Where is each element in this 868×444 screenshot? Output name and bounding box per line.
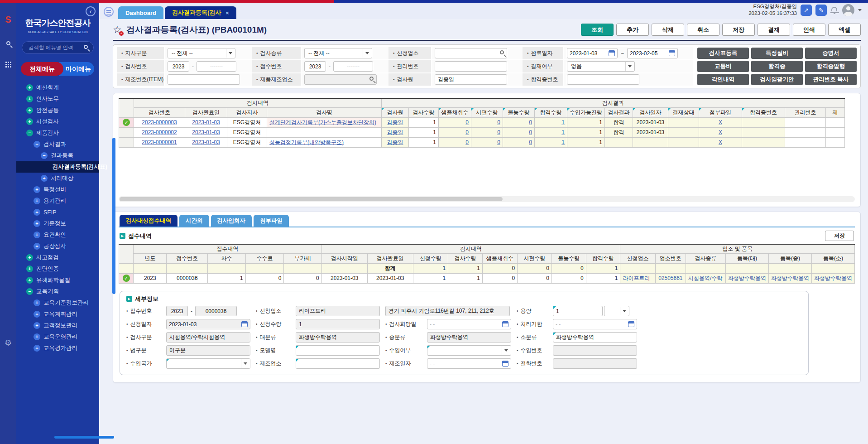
certificate-button[interactable]: 증명서 (805, 48, 857, 59)
cell-link[interactable]: 2023-01-03 (192, 119, 220, 125)
desired-inspection-date-date[interactable]: - - (427, 319, 511, 329)
sidebar-item[interactable]: +요건확인 (16, 229, 99, 241)
gear-icon[interactable]: ⚙ (5, 338, 12, 348)
cell-link[interactable]: 2023-01-03 (192, 139, 220, 145)
cell-link[interactable]: 0 (497, 129, 500, 135)
cell-link[interactable]: 0 (465, 129, 469, 135)
cell-link[interactable]: 0 (497, 139, 500, 145)
cell-link[interactable]: 0 (497, 119, 500, 125)
column-header[interactable]: 불능수량 (503, 107, 535, 117)
tab-active[interactable]: 검사결과등록(검사× (165, 6, 236, 19)
sidebar-item[interactable]: −교육기획 (16, 286, 99, 297)
calendar-icon[interactable] (628, 321, 634, 327)
application-qty-input[interactable]: 1 (296, 319, 380, 329)
row-selector[interactable]: ✓ (119, 273, 134, 283)
sidebar-item[interactable]: +특정설비 (16, 184, 99, 195)
cell-link[interactable]: 1 (561, 119, 565, 125)
grid-horizontal-scrollbar[interactable] (119, 196, 855, 202)
column-header[interactable]: 업소번호 (655, 253, 686, 263)
cell-link[interactable]: 1 (561, 129, 565, 135)
column-header[interactable]: 품목(중) (768, 253, 811, 263)
receipt-no-year-input[interactable]: 2023 (304, 61, 326, 72)
processing-deadline-date[interactable]: - - (553, 319, 637, 329)
inspection-no-seq-input[interactable]: ------- (197, 61, 236, 72)
cell-link[interactable]: 설계단계검사기록부(가스누출경보차단장치) (269, 119, 376, 125)
avatar[interactable] (842, 4, 854, 16)
cell-link[interactable]: 2023-0000002 (142, 129, 177, 135)
column-header[interactable]: 수입가능잔량 (567, 107, 605, 117)
logo[interactable]: 한국가스안전공사 KOREA GAS SAFETY CORPORATION (16, 17, 99, 34)
calendar-icon[interactable] (502, 361, 508, 367)
column-header[interactable]: 검사지사 (227, 107, 267, 117)
search-icon[interactable] (6, 41, 10, 45)
import-country-select[interactable] (166, 358, 250, 369)
sidebar-item[interactable]: +교육운영관리 (16, 331, 99, 343)
receipt-no-seq-input[interactable]: ------- (333, 61, 373, 72)
menu-icon[interactable] (104, 7, 114, 17)
calendar-icon[interactable] (502, 321, 508, 327)
sidebar-item[interactable]: +교육기준정보관리 (16, 297, 99, 309)
column-header[interactable]: 검사시작일 (321, 253, 367, 263)
inspection-no-year-input[interactable]: 2023 (168, 61, 189, 72)
calendar-icon[interactable] (241, 321, 248, 327)
sidebar-item[interactable]: +공장심사 (16, 241, 99, 252)
edit-window-icon[interactable]: ✎ (815, 5, 827, 16)
transport-fee-button[interactable]: 교통비 (697, 61, 749, 72)
inspection-sheet-register-button[interactable]: 검사표등록 (697, 48, 749, 59)
column-header[interactable]: 검사완료일 (367, 253, 413, 263)
sidebar-item[interactable]: +기준정보 (16, 218, 99, 229)
calendar-icon[interactable] (609, 50, 615, 56)
column-header[interactable]: 시편수량 (518, 253, 552, 263)
menu-tab[interactable]: 마이메뉴 (59, 62, 94, 76)
major-category-input[interactable]: 화생방수탁용역 (296, 332, 380, 343)
collapse-sidebar-button[interactable]: ‹ (86, 6, 96, 16)
inspection-type-select[interactable]: -- 전체 -- (304, 48, 372, 58)
column-header[interactable]: 샘플채취수 (483, 253, 518, 263)
search-icon[interactable] (84, 45, 88, 49)
completion-date-from-date[interactable]: 2023-01-03 (567, 48, 618, 58)
cell-link[interactable]: 2023-0000003 (142, 119, 177, 125)
column-header[interactable]: 부가세 (284, 253, 321, 263)
search-button[interactable]: 조회 (581, 24, 614, 36)
tab-dashboard[interactable]: Dashboard (118, 6, 163, 19)
cell-link[interactable]: X (719, 129, 722, 135)
cell-link[interactable]: X (719, 139, 722, 145)
sidebar-item[interactable]: +진단인증 (16, 263, 99, 275)
approval-status-select[interactable]: 없음 (567, 61, 635, 72)
inspection-batch-draft-button[interactable]: 검사일괄기안 (751, 74, 803, 85)
sidebar-item[interactable]: −결과등록 (16, 150, 99, 161)
open-window-icon[interactable]: ↗ (801, 5, 812, 16)
column-header[interactable]: 신청업소 (620, 253, 655, 263)
model-name-input[interactable] (296, 345, 380, 356)
row-selector[interactable]: ✓ (119, 117, 134, 127)
specific-equipment-button[interactable]: 특정설비 (751, 48, 803, 59)
select-all-header[interactable] (119, 244, 134, 263)
save-button[interactable]: 저장 (722, 24, 755, 36)
import-status-select[interactable] (427, 345, 511, 356)
completion-date-to-date[interactable]: 2023-02-05 (627, 48, 678, 58)
menu-search-input[interactable] (28, 44, 81, 51)
management-no-copy-button[interactable]: 관리번호 복사 (805, 74, 857, 85)
column-header[interactable]: 접수번호 (167, 253, 208, 263)
sidebar-item[interactable]: 검사결과등록(검사표) (16, 161, 99, 173)
favorite-star-icon[interactable]: ☆+ (113, 25, 122, 35)
sidebar-item[interactable]: +유해화학물질 (16, 275, 99, 286)
cell-link[interactable]: 0 (529, 129, 532, 135)
product-manufacturer-input[interactable] (304, 74, 377, 85)
search-icon[interactable] (369, 77, 374, 81)
column-header[interactable]: 제 (826, 107, 845, 117)
column-header[interactable]: 합격수량 (586, 253, 620, 263)
column-header[interactable]: 시편수량 (471, 107, 503, 117)
search-icon[interactable] (500, 50, 504, 54)
import-no-input[interactable] (553, 345, 637, 356)
bottom-tab[interactable]: 첨부파일 (254, 215, 289, 227)
excel-button[interactable]: 엑셀 (828, 24, 861, 36)
bottom-tab[interactable]: 시간외 (179, 215, 209, 227)
cell-link[interactable]: 0 (465, 139, 469, 145)
sidebar-item[interactable]: −검사결과 (16, 139, 99, 150)
sidebar-item[interactable]: +사고점검 (16, 252, 99, 263)
capacity-unit-select[interactable] (604, 306, 629, 316)
select-all-header[interactable] (119, 98, 134, 117)
company-address-input[interactable]: 경기 파주시 가람로116번길 107, 211, 212호 (385, 306, 510, 316)
cell-link[interactable]: 성능검정기록부(내압방폭구조) (269, 139, 344, 145)
